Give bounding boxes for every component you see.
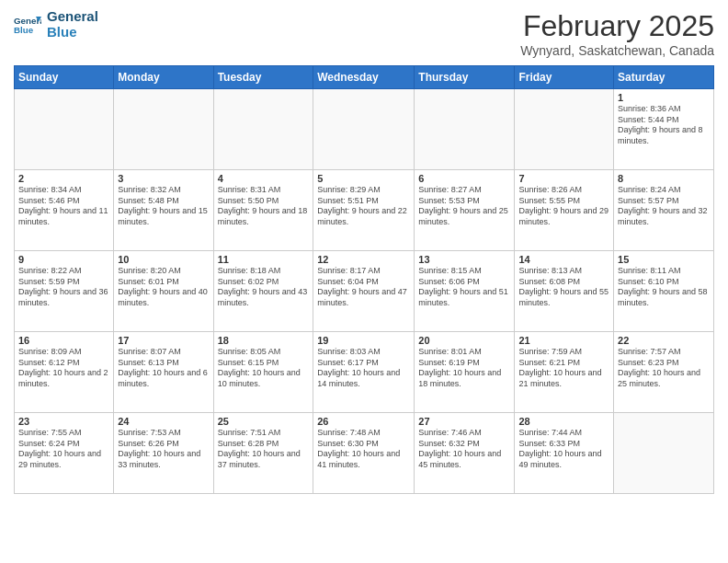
day-header-saturday: Saturday <box>614 66 714 89</box>
calendar-cell: 25Sunrise: 7:51 AM Sunset: 6:28 PM Dayli… <box>213 413 313 494</box>
calendar-cell <box>415 89 515 170</box>
calendar-cell: 15Sunrise: 8:11 AM Sunset: 6:10 PM Dayli… <box>614 251 714 332</box>
calendar-cell: 16Sunrise: 8:09 AM Sunset: 6:12 PM Dayli… <box>15 332 114 413</box>
day-info: Sunrise: 8:15 AM Sunset: 6:06 PM Dayligh… <box>418 266 510 309</box>
day-info: Sunrise: 8:22 AM Sunset: 5:59 PM Dayligh… <box>18 266 109 309</box>
day-number: 27 <box>418 416 510 427</box>
day-info: Sunrise: 8:27 AM Sunset: 5:53 PM Dayligh… <box>418 185 510 228</box>
calendar-cell: 19Sunrise: 8:03 AM Sunset: 6:17 PM Dayli… <box>313 332 415 413</box>
calendar-cell: 11Sunrise: 8:18 AM Sunset: 6:02 PM Dayli… <box>213 251 313 332</box>
day-number: 18 <box>218 335 310 346</box>
day-info: Sunrise: 8:03 AM Sunset: 6:17 PM Dayligh… <box>317 347 410 390</box>
week-row-1: 1Sunrise: 8:36 AM Sunset: 5:44 PM Daylig… <box>15 89 714 170</box>
logo-line1: General <box>47 9 98 25</box>
day-number: 3 <box>118 173 209 184</box>
day-number: 4 <box>218 173 310 184</box>
day-number: 14 <box>518 254 609 265</box>
day-info: Sunrise: 8:09 AM Sunset: 6:12 PM Dayligh… <box>18 347 109 390</box>
calendar-cell: 27Sunrise: 7:46 AM Sunset: 6:32 PM Dayli… <box>415 413 515 494</box>
day-number: 13 <box>418 254 510 265</box>
day-info: Sunrise: 8:29 AM Sunset: 5:51 PM Dayligh… <box>317 185 410 228</box>
day-number: 17 <box>118 335 209 346</box>
calendar-cell: 24Sunrise: 7:53 AM Sunset: 6:26 PM Dayli… <box>114 413 213 494</box>
calendar-cell: 13Sunrise: 8:15 AM Sunset: 6:06 PM Dayli… <box>415 251 515 332</box>
day-info: Sunrise: 8:07 AM Sunset: 6:13 PM Dayligh… <box>118 347 209 390</box>
header: General Blue General Blue February 2025 … <box>14 9 714 58</box>
calendar-cell <box>313 89 415 170</box>
day-number: 10 <box>118 254 209 265</box>
calendar-cell: 26Sunrise: 7:48 AM Sunset: 6:30 PM Dayli… <box>313 413 415 494</box>
day-header-sunday: Sunday <box>15 66 114 89</box>
calendar-cell: 22Sunrise: 7:57 AM Sunset: 6:23 PM Dayli… <box>614 332 714 413</box>
calendar-cell: 18Sunrise: 8:05 AM Sunset: 6:15 PM Dayli… <box>213 332 313 413</box>
day-header-friday: Friday <box>515 66 614 89</box>
calendar-cell: 20Sunrise: 8:01 AM Sunset: 6:19 PM Dayli… <box>415 332 515 413</box>
calendar-cell: 14Sunrise: 8:13 AM Sunset: 6:08 PM Dayli… <box>515 251 614 332</box>
calendar-cell: 5Sunrise: 8:29 AM Sunset: 5:51 PM Daylig… <box>313 170 415 251</box>
day-number: 16 <box>18 335 109 346</box>
day-info: Sunrise: 8:32 AM Sunset: 5:48 PM Dayligh… <box>118 185 209 228</box>
month-title: February 2025 <box>520 9 714 43</box>
calendar-cell: 10Sunrise: 8:20 AM Sunset: 6:01 PM Dayli… <box>114 251 213 332</box>
day-info: Sunrise: 8:11 AM Sunset: 6:10 PM Dayligh… <box>618 266 710 309</box>
day-number: 25 <box>218 416 310 427</box>
calendar-cell: 4Sunrise: 8:31 AM Sunset: 5:50 PM Daylig… <box>213 170 313 251</box>
day-info: Sunrise: 8:13 AM Sunset: 6:08 PM Dayligh… <box>518 266 609 309</box>
week-row-2: 2Sunrise: 8:34 AM Sunset: 5:46 PM Daylig… <box>15 170 714 251</box>
page: General Blue General Blue February 2025 … <box>0 0 728 563</box>
calendar-cell: 1Sunrise: 8:36 AM Sunset: 5:44 PM Daylig… <box>614 89 714 170</box>
calendar-cell <box>114 89 213 170</box>
day-info: Sunrise: 7:53 AM Sunset: 6:26 PM Dayligh… <box>118 428 209 471</box>
calendar-cell: 12Sunrise: 8:17 AM Sunset: 6:04 PM Dayli… <box>313 251 415 332</box>
day-number: 15 <box>618 254 710 265</box>
calendar-cell: 8Sunrise: 8:24 AM Sunset: 5:57 PM Daylig… <box>614 170 714 251</box>
calendar-cell <box>15 89 114 170</box>
day-info: Sunrise: 8:20 AM Sunset: 6:01 PM Dayligh… <box>118 266 209 309</box>
day-info: Sunrise: 7:57 AM Sunset: 6:23 PM Dayligh… <box>618 347 710 390</box>
day-info: Sunrise: 8:24 AM Sunset: 5:57 PM Dayligh… <box>618 185 710 228</box>
logo: General Blue General Blue <box>14 9 98 40</box>
calendar-cell: 17Sunrise: 8:07 AM Sunset: 6:13 PM Dayli… <box>114 332 213 413</box>
day-info: Sunrise: 8:31 AM Sunset: 5:50 PM Dayligh… <box>218 185 310 228</box>
day-header-tuesday: Tuesday <box>213 66 313 89</box>
svg-text:Blue: Blue <box>14 25 34 35</box>
header-row: SundayMondayTuesdayWednesdayThursdayFrid… <box>15 66 714 89</box>
logo-line2: Blue <box>47 25 98 40</box>
day-number: 5 <box>317 173 410 184</box>
day-header-thursday: Thursday <box>415 66 515 89</box>
day-info: Sunrise: 7:44 AM Sunset: 6:33 PM Dayligh… <box>518 428 609 471</box>
day-info: Sunrise: 7:55 AM Sunset: 6:24 PM Dayligh… <box>18 428 109 471</box>
day-info: Sunrise: 7:48 AM Sunset: 6:30 PM Dayligh… <box>317 428 410 471</box>
calendar-cell: 2Sunrise: 8:34 AM Sunset: 5:46 PM Daylig… <box>15 170 114 251</box>
day-number: 12 <box>317 254 410 265</box>
week-row-3: 9Sunrise: 8:22 AM Sunset: 5:59 PM Daylig… <box>15 251 714 332</box>
calendar-body: 1Sunrise: 8:36 AM Sunset: 5:44 PM Daylig… <box>15 89 714 494</box>
day-number: 23 <box>18 416 109 427</box>
location: Wynyard, Saskatchewan, Canada <box>520 43 714 58</box>
day-number: 7 <box>518 173 609 184</box>
calendar-cell: 23Sunrise: 7:55 AM Sunset: 6:24 PM Dayli… <box>15 413 114 494</box>
day-info: Sunrise: 8:26 AM Sunset: 5:55 PM Dayligh… <box>518 185 609 228</box>
title-section: February 2025 Wynyard, Saskatchewan, Can… <box>520 9 714 58</box>
day-number: 6 <box>418 173 510 184</box>
day-info: Sunrise: 8:18 AM Sunset: 6:02 PM Dayligh… <box>218 266 310 309</box>
day-number: 24 <box>118 416 209 427</box>
day-number: 2 <box>18 173 109 184</box>
day-number: 19 <box>317 335 410 346</box>
day-header-monday: Monday <box>114 66 213 89</box>
day-info: Sunrise: 8:34 AM Sunset: 5:46 PM Dayligh… <box>18 185 109 228</box>
day-info: Sunrise: 8:05 AM Sunset: 6:15 PM Dayligh… <box>218 347 310 390</box>
day-info: Sunrise: 7:59 AM Sunset: 6:21 PM Dayligh… <box>518 347 609 390</box>
day-info: Sunrise: 8:36 AM Sunset: 5:44 PM Dayligh… <box>618 104 710 147</box>
day-number: 11 <box>218 254 310 265</box>
calendar-cell <box>515 89 614 170</box>
day-info: Sunrise: 7:46 AM Sunset: 6:32 PM Dayligh… <box>418 428 510 471</box>
calendar-cell: 21Sunrise: 7:59 AM Sunset: 6:21 PM Dayli… <box>515 332 614 413</box>
day-info: Sunrise: 8:01 AM Sunset: 6:19 PM Dayligh… <box>418 347 510 390</box>
day-info: Sunrise: 8:17 AM Sunset: 6:04 PM Dayligh… <box>317 266 410 309</box>
calendar-cell: 7Sunrise: 8:26 AM Sunset: 5:55 PM Daylig… <box>515 170 614 251</box>
calendar-header: SundayMondayTuesdayWednesdayThursdayFrid… <box>15 66 714 89</box>
day-number: 9 <box>18 254 109 265</box>
week-row-4: 16Sunrise: 8:09 AM Sunset: 6:12 PM Dayli… <box>15 332 714 413</box>
day-number: 20 <box>418 335 510 346</box>
